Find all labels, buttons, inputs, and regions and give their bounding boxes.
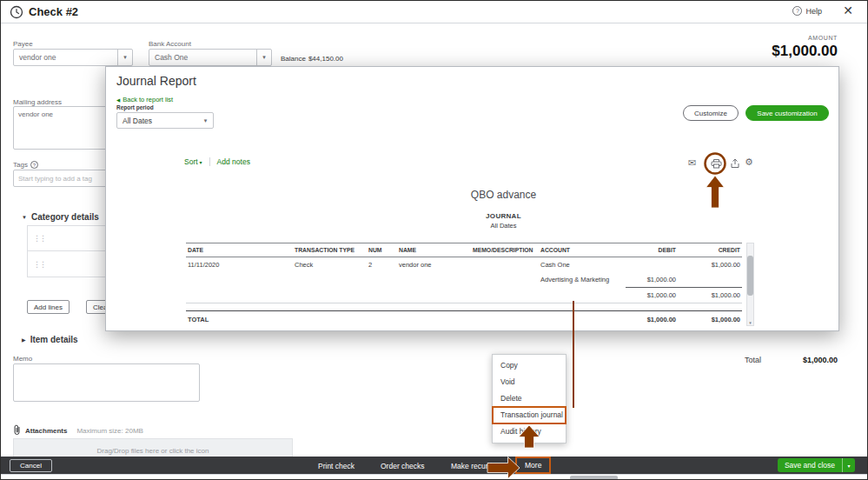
app-window: Check #2 ? Help ✕ Payee vendor one ▾ Ban… (0, 0, 868, 480)
footer-bar: Cancel Print check Order checks Make rec… (1, 457, 867, 474)
make-recurring-button[interactable]: Make recurring (451, 462, 500, 470)
category-details-header[interactable]: ▼ Category details (22, 212, 99, 222)
chevron-down-icon[interactable]: ▾ (198, 113, 213, 128)
toolbar-divider (209, 157, 210, 166)
payee-select[interactable]: vendor one ▾ (13, 49, 133, 66)
total-row-label: TOTAL (186, 311, 293, 329)
cell-credit: $1,000.00 (678, 257, 742, 273)
cell-type: Check (293, 257, 367, 273)
horizontal-scrollbar[interactable] (1, 474, 867, 480)
item-details-label: Item details (30, 335, 78, 344)
memo-field[interactable] (13, 363, 200, 402)
report-range: All Dates (180, 222, 827, 230)
report-toolbar: Sort ▾ Add notes (184, 157, 250, 166)
sort-control[interactable]: Sort ▾ (184, 157, 202, 166)
menu-item-transaction-journal[interactable]: Transaction journal (493, 407, 566, 423)
add-lines-button[interactable]: Add lines (27, 300, 70, 314)
chevron-down-icon: ▾ (200, 159, 202, 165)
col-transaction-type: TRANSACTION TYPE (293, 243, 367, 257)
back-link-label: Back to report list (123, 96, 173, 103)
close-icon[interactable]: ✕ (843, 3, 853, 17)
menu-item-copy[interactable]: Copy (493, 357, 566, 374)
journal-table-header-row: DATE TRANSACTION TYPE NUM NAME MEMO/DESC… (186, 243, 742, 257)
col-memo-description: MEMO/DESCRIPTION (471, 243, 539, 257)
menu-item-audit-history[interactable]: Audit history (493, 423, 566, 440)
spacer-row (186, 303, 742, 311)
save-customization-label: Save customization (757, 110, 817, 117)
col-debit: DEBIT (626, 243, 678, 257)
chevron-down-icon[interactable]: ▾ (747, 320, 753, 325)
print-icon[interactable] (711, 158, 722, 170)
report-period-select[interactable]: All Dates ▾ (116, 112, 214, 129)
col-name: NAME (397, 243, 471, 257)
order-checks-button[interactable]: Order checks (381, 462, 425, 470)
save-and-close-button[interactable]: Save and close ▾ (778, 458, 855, 472)
add-notes-link[interactable]: Add notes (217, 157, 250, 166)
subtotal-debit: $1,000.00 (626, 288, 678, 303)
bank-account-select[interactable]: Cash One ▾ (149, 49, 272, 66)
col-account: ACCOUNT (539, 243, 626, 257)
total-debit: $1,000.00 (626, 311, 678, 329)
cell-num: 2 (367, 257, 397, 273)
chevron-down-icon[interactable]: ▾ (842, 458, 855, 472)
triangle-right-icon: ▶ (22, 337, 26, 343)
export-icon[interactable] (730, 158, 740, 170)
add-lines-label: Add lines (34, 303, 63, 311)
cell-account: Cash One (539, 257, 626, 273)
drag-handle-icon[interactable]: ⋮⋮ (28, 260, 45, 269)
total-value: $1,000.00 (803, 356, 838, 364)
more-button[interactable]: More (517, 458, 549, 472)
check-header: Check #2 ? Help ✕ (1, 1, 867, 23)
total-credit: $1,000.00 (678, 311, 742, 329)
journal-report-modal: Journal Report ◀ Back to report list Rep… (105, 66, 839, 331)
attachments-row: Attachments Maximum size: 20MB (13, 423, 143, 438)
help-icon: ? (792, 6, 802, 16)
sort-label: Sort (184, 157, 198, 166)
amount-value: $1,000.00 (772, 43, 838, 60)
customize-button[interactable]: Customize (683, 105, 739, 121)
col-credit: CREDIT (678, 243, 742, 257)
chevron-down-icon[interactable]: ▾ (117, 50, 132, 65)
memo-label: Memo (13, 355, 32, 363)
save-customization-button[interactable]: Save customization (745, 105, 829, 121)
scrollbar-thumb[interactable] (747, 256, 753, 296)
chevron-down-icon[interactable]: ▾ (256, 50, 271, 65)
back-to-report-list-link[interactable]: ◀ Back to report list (116, 96, 173, 103)
print-check-button[interactable]: Print check (318, 462, 354, 470)
report-title: Journal Report (116, 74, 196, 88)
more-context-menu: Copy Void Delete Transaction journal Aud… (492, 354, 567, 443)
scrollbar-thumb[interactable] (570, 476, 618, 480)
subtotal-credit: $1,000.00 (678, 288, 742, 303)
payee-label: Payee (13, 40, 33, 48)
dropzone-text: Drag/Drop files here or click the icon (97, 447, 209, 455)
gear-icon[interactable]: ⚙ (745, 157, 753, 167)
total-label: Total (745, 356, 761, 364)
cancel-button[interactable]: Cancel (10, 459, 52, 472)
help-label: Help (805, 7, 822, 16)
balance-value: $44,150.00 (308, 55, 343, 63)
drag-handle-icon[interactable]: ⋮⋮ (28, 234, 45, 243)
report-scrollbar[interactable]: ▾ (746, 243, 754, 326)
tags-label: Tags (13, 161, 28, 169)
attachment-icon (13, 423, 21, 438)
journal-table: DATE TRANSACTION TYPE NUM NAME MEMO/DESC… (186, 243, 742, 328)
back-icon: ◀ (116, 97, 120, 103)
item-details-header[interactable]: ▶ Item details (22, 335, 78, 344)
menu-item-void[interactable]: Void (493, 374, 566, 390)
total-row: TOTAL $1,000.00 $1,000.00 (186, 311, 742, 329)
subtotal-row: $1,000.00 $1,000.00 (186, 288, 742, 303)
bank-account-label: Bank Account (149, 40, 191, 48)
report-period-value: All Dates (117, 117, 198, 125)
tags-help-icon[interactable]: ? (30, 161, 38, 169)
col-date: DATE (186, 243, 293, 257)
attachments-max-size: Maximum size: 20MB (76, 427, 142, 435)
payee-value: vendor one (14, 53, 117, 62)
help-button[interactable]: ? Help (792, 6, 822, 16)
bank-account-value: Cash One (149, 53, 256, 62)
category-details-label: Category details (31, 212, 99, 222)
attachments-label: Attachments (25, 427, 67, 435)
menu-item-delete[interactable]: Delete (493, 390, 566, 407)
col-num: NUM (367, 243, 397, 257)
email-icon[interactable]: ✉ (688, 158, 696, 168)
balance-label: Balance (281, 55, 306, 63)
